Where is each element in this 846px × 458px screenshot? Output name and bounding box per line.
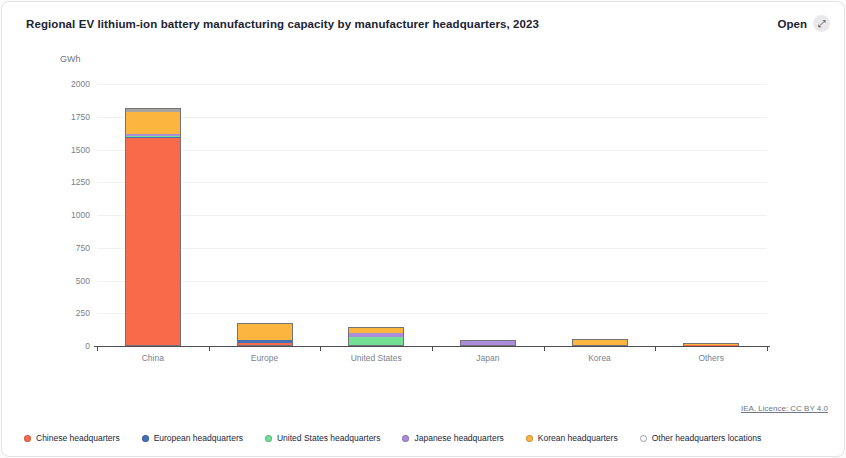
licence-link[interactable]: IEA. Licence: CC BY 4.0	[741, 404, 828, 413]
bar-europe[interactable]	[237, 323, 293, 346]
x-axis-tick	[767, 347, 768, 351]
bar-united-states[interactable]	[348, 327, 404, 346]
legend-swatch-icon	[265, 435, 272, 442]
y-axis-tick-label: 750	[42, 243, 90, 253]
x-axis-tick	[320, 347, 321, 351]
x-axis-label: United States	[351, 353, 402, 363]
bar-segment[interactable]	[238, 324, 292, 340]
legend-swatch-icon	[402, 435, 409, 442]
legend-label: United States headquarters	[277, 433, 380, 443]
legend-swatch-icon	[526, 435, 533, 442]
x-axis-label: Korea	[588, 353, 611, 363]
x-axis-tick	[209, 347, 210, 351]
y-axis-tick-label: 0	[42, 341, 90, 351]
bar-china[interactable]	[125, 108, 181, 346]
legend-item-european-headquarters[interactable]: European headquarters	[142, 433, 243, 443]
gridline	[97, 150, 767, 151]
legend-swatch-icon	[142, 435, 149, 442]
x-axis-tick	[544, 347, 545, 351]
gridline	[97, 248, 767, 249]
y-axis-unit-label: GWh	[60, 54, 81, 64]
open-button[interactable]: Open ⤢	[778, 15, 830, 32]
legend-item-korean-headquarters[interactable]: Korean headquarters	[526, 433, 618, 443]
legend-item-japanese-headquarters[interactable]: Japanese headquarters	[402, 433, 503, 443]
bar-segment[interactable]	[573, 340, 627, 345]
x-axis-label: Others	[698, 353, 724, 363]
bar-segment[interactable]	[238, 343, 292, 345]
x-axis-label: Europe	[251, 353, 278, 363]
expand-icon[interactable]: ⤢	[813, 15, 830, 32]
bar-segment[interactable]	[126, 138, 180, 345]
y-axis-tick-label: 1000	[42, 210, 90, 220]
legend-label: Korean headquarters	[538, 433, 618, 443]
chart-title: Regional EV lithium-ion battery manufact…	[26, 18, 539, 30]
x-axis-label: Japan	[476, 353, 499, 363]
y-axis-tick-label: 250	[42, 308, 90, 318]
x-axis-tick	[655, 347, 656, 351]
gridline	[97, 117, 767, 118]
legend-label: Chinese headquarters	[36, 433, 120, 443]
gridline	[97, 182, 767, 183]
open-button-label: Open	[778, 18, 807, 30]
legend-label: Japanese headquarters	[414, 433, 503, 443]
y-axis-tick-label: 2000	[42, 79, 90, 89]
gridline	[97, 313, 767, 314]
gridline	[97, 281, 767, 282]
chart-widget: Regional EV lithium-ion battery manufact…	[0, 0, 846, 458]
bar-segment[interactable]	[349, 337, 403, 345]
x-axis-tick	[97, 347, 98, 351]
legend-label: European headquarters	[154, 433, 243, 443]
chart-legend: Chinese headquartersEuropean headquarter…	[24, 433, 761, 443]
bar-segment[interactable]	[126, 112, 180, 134]
legend-item-chinese-headquarters[interactable]: Chinese headquarters	[24, 433, 120, 443]
x-axis-tick	[432, 347, 433, 351]
legend-swatch-icon	[24, 435, 31, 442]
legend-label: Other headquarters locations	[652, 433, 762, 443]
legend-swatch-icon	[640, 435, 647, 442]
chart-card: Regional EV lithium-ion battery manufact…	[1, 1, 845, 457]
legend-item-united-states-headquarters[interactable]: United States headquarters	[265, 433, 380, 443]
legend-item-other-headquarters-locations[interactable]: Other headquarters locations	[640, 433, 762, 443]
y-axis-tick-label: 500	[42, 276, 90, 286]
gridline	[97, 84, 767, 85]
bar-korea[interactable]	[572, 339, 628, 346]
y-axis-tick-label: 1500	[42, 145, 90, 155]
x-axis-label: China	[142, 353, 164, 363]
y-axis-tick-label: 1750	[42, 112, 90, 122]
gridline	[97, 215, 767, 216]
bar-segment[interactable]	[461, 341, 515, 345]
y-axis-tick-label: 1250	[42, 177, 90, 187]
